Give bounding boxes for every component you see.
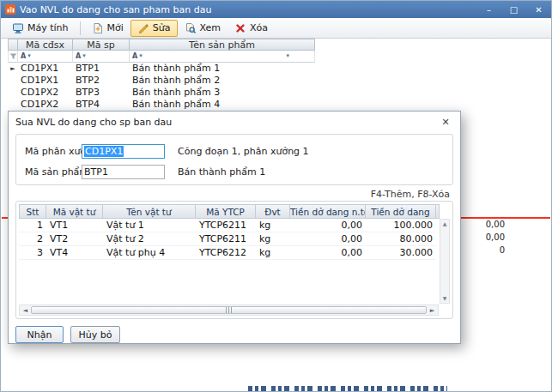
cell-ten-san-pham: Bán thành phẩm 1 bbox=[130, 63, 315, 75]
ma-phan-xuong-input[interactable]: CD1PX1 bbox=[82, 144, 165, 159]
scrollbar-thumb[interactable] bbox=[31, 306, 427, 314]
horizontal-scrollbar[interactable]: ◄ ► bbox=[19, 305, 439, 316]
cell-ma-sp: BTP2 bbox=[73, 75, 130, 87]
detail-grid-header: Stt Mã vật tư Tên vật tư Mã YTCP Đvt Tiề… bbox=[19, 204, 440, 219]
cell-ten-vat-tu: Vật tư 1 bbox=[103, 219, 196, 232]
edit-button[interactable]: Sửa bbox=[130, 20, 178, 37]
scrollbar-grip bbox=[226, 307, 232, 313]
table-row[interactable]: CD1PX1 BTP2 Bán thành phẩm 2 bbox=[8, 75, 315, 87]
cell-ma-ytcp: YTCP6211 bbox=[196, 219, 256, 232]
row-indicator bbox=[8, 87, 18, 99]
header-indicator-cell bbox=[8, 39, 18, 51]
ma-phan-xuong-value: CD1PX1 bbox=[84, 146, 124, 157]
detail-column-tien-do-dang-nte[interactable]: Tiền dở dang n.tệ bbox=[290, 204, 366, 219]
cell-tien-do-dang-nte: 0,00 bbox=[290, 219, 366, 232]
cell-ma-cdsx: CD1PX2 bbox=[18, 99, 73, 111]
cell-ma-vat-tu: VT1 bbox=[46, 219, 103, 232]
detail-grid-groupbox: Stt Mã vật tư Tên vật tư Mã YTCP Đvt Tiề… bbox=[15, 201, 453, 319]
computer-icon bbox=[12, 22, 24, 34]
scroll-right-icon[interactable]: ► bbox=[427, 305, 438, 315]
new-button-label: Mới bbox=[107, 22, 124, 33]
cell-ma-ytcp: YTCP6211 bbox=[196, 232, 256, 246]
cell-tien-do-dang-nte: 0,00 bbox=[290, 232, 366, 246]
cell-ma-sp: BTP4 bbox=[73, 99, 130, 111]
row-indicator bbox=[8, 75, 18, 87]
cell-ten-san-pham: Bán thành phẩm 2 bbox=[130, 75, 315, 87]
accept-button[interactable]: Nhận bbox=[15, 326, 64, 343]
titlebar: Vao NVL do dang cho san pham ban dau – □… bbox=[1, 1, 551, 18]
cell-ma-vat-tu: VT2 bbox=[46, 232, 103, 246]
calculator-button[interactable]: Máy tính bbox=[5, 20, 76, 37]
ma-san-pham-desc: Bán thành phẩm 1 bbox=[178, 166, 265, 178]
app-icon bbox=[5, 4, 15, 15]
background-value: 0 bbox=[466, 245, 505, 256]
background-value: 0,00 bbox=[466, 232, 505, 244]
filter-cell-ma-cdsx[interactable]: A▾ bbox=[18, 51, 73, 63]
filter-cell-ten-san-pham[interactable]: A▾ ▾ bbox=[130, 51, 315, 63]
column-header-ten-san-pham[interactable]: Tên sản phẩm bbox=[130, 39, 315, 51]
fields-groupbox: Mã phân xưởng CD1PX1 Công đoạn 1, phân x… bbox=[15, 134, 453, 185]
detail-column-ma-ytcp[interactable]: Mã YTCP bbox=[196, 204, 256, 219]
cell-ten-vat-tu: Vật tư 2 bbox=[103, 232, 196, 246]
text-filter-icon: A bbox=[76, 51, 81, 62]
view-magnifier-icon bbox=[185, 22, 197, 34]
maximize-button[interactable]: □ bbox=[501, 1, 526, 18]
cell-ma-cdsx: CD1PX2 bbox=[18, 87, 73, 99]
detail-table-row[interactable]: 1 VT1 Vật tư 1 YTCP6211 kg 0,00 100.000 bbox=[19, 219, 440, 232]
delete-button-label: Xóa bbox=[250, 22, 268, 33]
main-grid-header: Mã cđsx Mã sp Tên sản phẩm bbox=[8, 39, 315, 51]
new-document-icon bbox=[92, 22, 104, 34]
ma-san-pham-label: Mã sản phẩm bbox=[25, 166, 88, 178]
filter-cell-ma-sp[interactable]: A▾ bbox=[73, 51, 130, 63]
dialog-titlebar: Sua NVL do dang cho sp ban dau ✕ bbox=[9, 112, 460, 132]
chevron-down-icon: ▾ bbox=[82, 51, 86, 62]
cell-ma-cdsx: CD1PX1 bbox=[18, 75, 73, 87]
detail-column-stt[interactable]: Stt bbox=[19, 204, 46, 219]
delete-x-icon bbox=[234, 22, 246, 34]
toolbar: Máy tính Mới Sửa Xem Xóa bbox=[1, 18, 551, 39]
table-row[interactable]: CD1PX2 BTP3 Bán thành phẩm 3 bbox=[8, 87, 315, 99]
detail-table-row[interactable]: 3 VT4 Vật tư phụ 4 YTCP6212 kg 0,00 30.0… bbox=[19, 246, 440, 260]
minimize-button[interactable]: – bbox=[476, 1, 501, 18]
dialog-close-button[interactable]: ✕ bbox=[438, 114, 453, 130]
row-indicator: ► bbox=[8, 63, 18, 75]
row-indicator bbox=[8, 99, 18, 111]
table-row[interactable]: ► CD1PX1 BTP1 Bán thành phẩm 1 bbox=[8, 63, 315, 75]
table-row[interactable]: CD1PX2 BTP4 Bán thành phẩm 4 bbox=[8, 99, 315, 111]
cell-dvt: kg bbox=[256, 232, 290, 246]
ma-san-pham-input[interactable]: BTP1 bbox=[82, 165, 165, 179]
cell-stt: 1 bbox=[19, 219, 46, 232]
new-button[interactable]: Mới bbox=[85, 20, 130, 37]
vertical-scrollbar[interactable]: ▲ ▼ bbox=[440, 219, 450, 304]
cell-tien-do-dang: 80.000 bbox=[366, 232, 436, 246]
cell-stt: 3 bbox=[19, 246, 46, 260]
detail-table-row[interactable]: 2 VT2 Vật tư 2 YTCP6211 kg 0,00 80.000 bbox=[19, 232, 440, 246]
background-value: 0,00 bbox=[466, 220, 505, 231]
cell-ma-cdsx: CD1PX1 bbox=[18, 63, 73, 75]
text-filter-icon: A bbox=[132, 51, 137, 62]
column-header-ma-cdsx[interactable]: Mã cđsx bbox=[18, 39, 73, 51]
detail-column-ma-vat-tu[interactable]: Mã vật tư bbox=[46, 204, 103, 219]
filter-dropdown-icon[interactable]: ▾ bbox=[286, 51, 289, 62]
delete-button[interactable]: Xóa bbox=[227, 20, 275, 37]
cell-tien-do-dang: 30.000 bbox=[366, 246, 436, 260]
column-header-ma-sp[interactable]: Mã sp bbox=[73, 39, 130, 51]
cancel-button[interactable]: Hủy bỏ bbox=[70, 326, 120, 343]
cell-ten-san-pham: Bán thành phẩm 4 bbox=[130, 99, 315, 111]
close-button[interactable]: ✕ bbox=[526, 1, 551, 18]
detail-column-tien-do-dang[interactable]: Tiền dở dang bbox=[366, 204, 436, 219]
edit-dialog: Sua NVL do dang cho sp ban dau ✕ Mã phân… bbox=[8, 111, 461, 344]
scroll-left-icon[interactable]: ◄ bbox=[20, 305, 31, 315]
cell-dvt: kg bbox=[256, 246, 290, 260]
detail-column-ten-vat-tu[interactable]: Tên vật tư bbox=[103, 204, 196, 219]
main-grid-filter-row: A▾ A▾ A▾ ▾ bbox=[8, 51, 315, 63]
pencil-icon bbox=[137, 22, 149, 34]
view-button-label: Xem bbox=[200, 22, 221, 33]
app-window: Vao NVL do dang cho san pham ban dau – □… bbox=[0, 0, 552, 392]
chevron-down-icon: ▾ bbox=[27, 51, 31, 62]
view-button[interactable]: Xem bbox=[178, 20, 228, 37]
scroll-down-icon[interactable]: ▼ bbox=[443, 294, 447, 303]
detail-column-dvt[interactable]: Đvt bbox=[256, 204, 290, 219]
scroll-up-icon[interactable]: ▲ bbox=[443, 220, 447, 228]
clipped-text-artifact bbox=[248, 386, 447, 392]
